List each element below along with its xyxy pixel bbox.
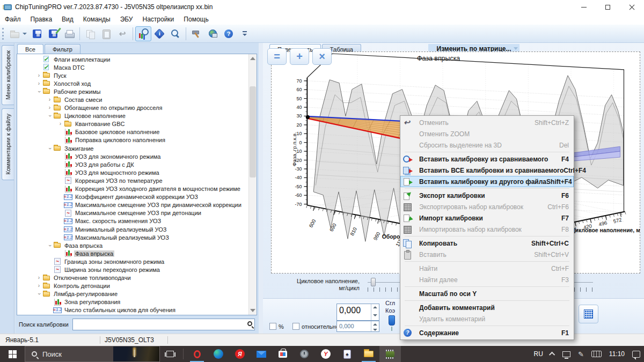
tree-item[interactable]: ›Обогащение по открытию дросселя [17, 104, 248, 112]
add-value-button[interactable]: + [290, 48, 309, 65]
expander-expanded-icon[interactable]: › [47, 242, 53, 249]
open-file-button[interactable] [6, 26, 23, 41]
expander-collapsed-icon[interactable]: › [35, 81, 42, 86]
tree-item[interactable]: Фаза впрыска [17, 249, 248, 257]
tree-item[interactable]: Поправка циклового наполнения [17, 136, 248, 144]
keyboard-icon[interactable] [588, 346, 605, 362]
tree-item[interactable]: ›Зажигание [17, 144, 248, 152]
menubar-item[interactable]: Помощь [179, 14, 213, 24]
clock-taskbar-button[interactable] [294, 346, 315, 362]
toolbar-options-button[interactable] [237, 26, 253, 41]
tree-item[interactable]: =1.2Максимальный реализуемый УОЗ [17, 233, 248, 241]
tree-item[interactable]: =1.2Максимальное смещение УОЗ при динами… [17, 201, 248, 209]
online-button[interactable] [204, 26, 221, 41]
tab-filter[interactable]: Фильтр [45, 44, 80, 54]
tree-item[interactable]: =1.2Макс. скорость изменения УОЗ [17, 217, 248, 225]
expander-collapsed-icon[interactable]: › [46, 105, 53, 110]
checkbox-icon[interactable] [292, 323, 299, 330]
copy-button[interactable] [82, 26, 98, 41]
scroll-thumb[interactable] [250, 86, 256, 178]
checkbox-icon[interactable] [269, 323, 276, 330]
tree-item[interactable]: ›Рабочие режимы [17, 87, 248, 95]
menubar-item[interactable]: Файл [0, 14, 26, 24]
scroll-up-icon[interactable] [250, 57, 255, 60]
mail-taskbar-button[interactable] [251, 346, 272, 362]
tree-item[interactable]: =1.2Коэффициент динамической коррекции У… [17, 193, 248, 201]
tree-item[interactable]: УОЗ для мощностного режима [17, 168, 248, 176]
value-field[interactable]: 0,000 [337, 304, 371, 320]
tools-button[interactable] [188, 26, 204, 41]
menu-item[interactable]: Вставить калибровку из другого файлаShif… [400, 176, 574, 187]
spinner-arrows[interactable] [371, 304, 379, 320]
undo-button[interactable]: ↩ [114, 26, 130, 41]
tree-item[interactable]: УОЗ для экономичного режима [17, 152, 248, 160]
tree-item[interactable]: ›Состав смеси [17, 95, 248, 104]
menu-item[interactable]: Вставить калибровку из сравниваемогоF4 [400, 153, 574, 165]
spin-down-icon[interactable] [371, 327, 379, 332]
start-button[interactable] [0, 346, 25, 362]
tray-chevron-up-icon[interactable] [547, 346, 559, 362]
menu-item[interactable]: Экспорт калибровкиF6 [400, 190, 574, 201]
network-icon[interactable] [559, 346, 574, 362]
spin-down-icon[interactable] [371, 312, 379, 320]
tree-item[interactable]: Зона регулирования [17, 298, 248, 306]
smoothing-slider-handle[interactable] [389, 315, 395, 326]
explorer-taskbar-button[interactable] [358, 346, 379, 362]
menubar-item[interactable]: Вид [57, 14, 78, 24]
tree-item[interactable]: Коррекция УОЗ холодного двигателя в мощн… [17, 185, 248, 193]
info-button[interactable] [151, 26, 167, 41]
opera-taskbar-button[interactable] [186, 346, 208, 362]
tree-item[interactable]: УОЗ для работы с ДК [17, 160, 248, 168]
set-value-button[interactable]: = [267, 48, 287, 65]
table-view-button[interactable] [579, 305, 598, 323]
menubar-item[interactable]: Настройки [137, 14, 179, 24]
taskbar-search[interactable]: Поиск [25, 346, 160, 362]
close-button[interactable] [620, 0, 644, 14]
save-button[interactable] [29, 26, 45, 41]
search-highlight-image[interactable] [113, 346, 159, 361]
menu-item[interactable]: Импорт калибровкиF7 [400, 212, 574, 224]
tree-item[interactable]: ›Лямбда-регулирование [17, 290, 248, 298]
pen-icon[interactable]: ✎ [574, 346, 588, 362]
help-button[interactable]: ? [221, 26, 237, 41]
relative-checkbox[interactable]: относительно [292, 323, 339, 330]
smoothing-slider[interactable] [389, 315, 396, 331]
tree-item[interactable]: =1.2Минимальный реализуемый УОЗ [17, 225, 248, 233]
value-spinner[interactable]: 0,000 [336, 304, 379, 321]
side-tab-calibration-menu[interactable]: Меню калибровок [2, 45, 14, 105]
tree-item[interactable]: ~Максимальное смещение УОЗ при детонации [17, 209, 248, 217]
expander-collapsed-icon[interactable]: › [35, 283, 42, 289]
minimize-button[interactable] [572, 0, 596, 14]
menu-item[interactable]: Добавить комментарий [400, 302, 574, 313]
save-as-button[interactable] [45, 26, 61, 41]
edge-taskbar-button[interactable] [208, 346, 229, 362]
tree-item[interactable]: ~Коррекция УОЗ по температуре [17, 176, 248, 184]
search-input[interactable] [72, 319, 255, 330]
language-indicator[interactable]: RU [530, 346, 547, 362]
spin-up-icon[interactable] [371, 321, 379, 327]
maximize-button[interactable] [596, 0, 620, 14]
expander-collapsed-icon[interactable]: › [46, 97, 53, 102]
percent-checkbox[interactable]: % [269, 323, 284, 330]
tree-item[interactable]: ›Квантование GBC [17, 120, 248, 128]
tab-all[interactable]: Все [17, 44, 43, 54]
print-button[interactable] [61, 26, 77, 41]
menu-item[interactable]: КопироватьShift+Ctrl+C [400, 238, 574, 249]
chart-view-button[interactable] [135, 26, 151, 41]
expander-collapsed-icon[interactable]: › [35, 73, 42, 78]
search-icon[interactable] [247, 321, 252, 326]
tree-item[interactable]: ›Цикловое наполнение [17, 112, 248, 120]
spin-up-icon[interactable] [371, 304, 379, 312]
tree-item[interactable]: ›Пуск [17, 71, 248, 79]
expander-expanded-icon[interactable]: › [47, 145, 53, 152]
yandex-taskbar-button[interactable]: Я [229, 346, 251, 362]
tree-item[interactable]: ›Контроль детонации [17, 282, 248, 290]
open-dropdown-icon[interactable] [23, 33, 27, 35]
expander-collapsed-icon[interactable]: › [35, 275, 42, 280]
expander-expanded-icon[interactable]: › [47, 113, 53, 120]
slider-handle[interactable] [371, 278, 376, 286]
tree-item[interactable]: ~Ширина зоны переходного режима [17, 265, 248, 274]
tree-item[interactable]: ›Отключение топливоподачи [17, 274, 248, 282]
menubar-item[interactable]: Правка [26, 14, 57, 24]
expander-expanded-icon[interactable]: › [36, 88, 42, 95]
